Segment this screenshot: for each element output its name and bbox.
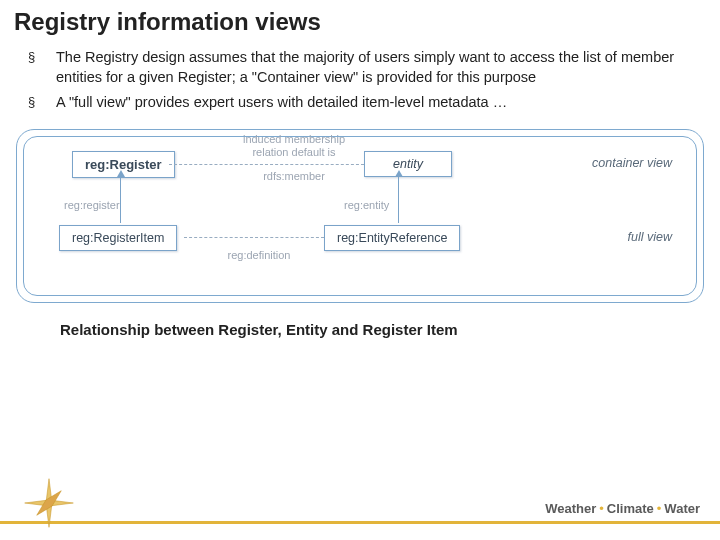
page-title: Registry information views xyxy=(0,0,720,48)
node-entity-reference: reg:EntityReference xyxy=(324,225,460,251)
label-full-view: full view xyxy=(628,230,672,244)
note-reg-definition: reg:definition xyxy=(204,249,314,261)
note-rdfs-member: rdfs:member xyxy=(224,170,364,182)
list-item: §The Registry design assumes that the ma… xyxy=(28,48,696,87)
dot-icon: • xyxy=(654,501,665,516)
node-entity: entity xyxy=(364,151,452,177)
brand-word: Weather xyxy=(545,501,596,516)
bullet-icon: § xyxy=(28,48,56,87)
outer-rounded-box: induced membership relation default is r… xyxy=(16,129,704,303)
note-reg-entity: reg:entity xyxy=(344,199,444,211)
list-item: §A "full view" provides expert users wit… xyxy=(28,93,696,113)
footer-bar xyxy=(0,521,720,524)
brand-word: Climate xyxy=(607,501,654,516)
footer-brand: Weather•Climate•Water xyxy=(545,501,700,516)
diagram-caption: Relationship between Register, Entity an… xyxy=(60,321,720,338)
bullet-text: The Registry design assumes that the maj… xyxy=(56,48,696,87)
note-reg-register: reg:register xyxy=(64,199,164,211)
bullet-icon: § xyxy=(28,93,56,113)
dashed-connector xyxy=(169,164,364,165)
dot-icon: • xyxy=(596,501,607,516)
inner-rounded-box: induced membership relation default is r… xyxy=(23,136,697,296)
footer: Weather•Climate•Water xyxy=(0,488,720,540)
diagram-container: induced membership relation default is r… xyxy=(16,129,704,303)
bullet-text: A "full view" provides expert users with… xyxy=(56,93,696,113)
note-relation-default: relation default is xyxy=(224,146,364,158)
compass-icon xyxy=(22,476,76,530)
node-register-item: reg:RegisterItem xyxy=(59,225,177,251)
label-container-view: container view xyxy=(592,156,672,170)
brand-word: Water xyxy=(664,501,700,516)
note-induced-membership: induced membership xyxy=(224,133,364,145)
bullet-list: §The Registry design assumes that the ma… xyxy=(0,48,720,113)
dashed-connector xyxy=(184,237,324,238)
